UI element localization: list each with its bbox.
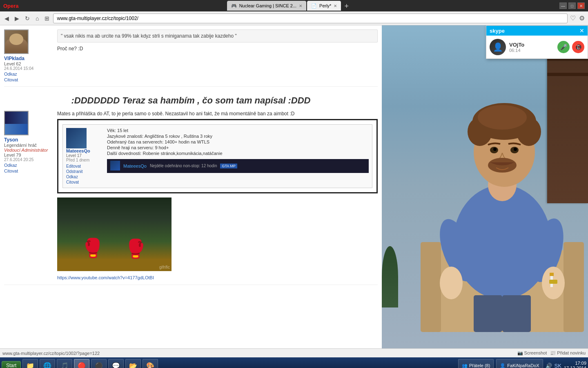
post-2-link-odkaz[interactable]: Odkaz xyxy=(4,163,53,168)
nav-bar: ◀ ▶ ↻ ⌂ ⊞ ♡ ⚙ xyxy=(0,11,588,25)
post-1-avatar xyxy=(4,29,29,54)
skype-close-button[interactable]: ✕ xyxy=(579,27,584,34)
title-bar: Opera 🎮 Nuclear Gaming | SINCE 2... ✕ 📄 … xyxy=(0,0,588,11)
taskbar-app-files[interactable]: 📁 xyxy=(22,359,38,368)
svg-rect-1 xyxy=(421,242,441,332)
skype-caller-avatar: 👤 xyxy=(490,39,506,55)
skype-call-time: 06:14 xyxy=(509,48,554,53)
app-remove-link[interactable]: Odstranit xyxy=(66,169,103,174)
skype-decline-button[interactable]: 📵 xyxy=(572,41,584,53)
taskbar-app-ball[interactable]: ⚫ xyxy=(91,359,107,368)
taskbar-app-skype[interactable]: 💬 xyxy=(108,359,124,368)
tab-close-2[interactable]: ✕ xyxy=(334,4,337,8)
post-2-link-citovat[interactable]: Citovat xyxy=(4,168,53,173)
svg-point-5 xyxy=(440,267,463,299)
new-tab-button[interactable]: + xyxy=(342,2,351,11)
taskbar-user[interactable]: 👤 FaKiNpaRaDoX xyxy=(496,359,543,368)
status-bar: www.gta-multiplayer.cz/cz/topic/1002/?pa… xyxy=(0,348,588,357)
youtube-link[interactable]: https://www.youtube.com/watch?v=4177gdLO… xyxy=(57,275,154,280)
post-1-date: 24.6.2014 15:04 xyxy=(4,66,53,71)
taskbar-date-value: 17.12.2014 xyxy=(564,366,586,368)
forward-button[interactable]: ▶ xyxy=(13,14,21,22)
character-svg xyxy=(421,46,584,332)
forum-page: VIPklada Level 62 24.6.2014 15:04 Odkaz … xyxy=(0,25,382,348)
skype-icon: 💬 xyxy=(112,362,120,368)
bookmark-icon[interactable]: ♡ xyxy=(569,13,577,23)
taskbar-app-opera[interactable]: 🔴 xyxy=(74,359,89,368)
settings-icon[interactable]: ⚙ xyxy=(578,13,586,23)
svg-rect-2 xyxy=(564,242,584,332)
app-detail-age: Věk: 15 let xyxy=(107,128,369,133)
svg-rect-9 xyxy=(550,273,554,276)
post-1-text: Proč ne? :D xyxy=(57,46,378,52)
home-button[interactable]: ⌂ xyxy=(33,14,41,22)
yt-placeholder: 🥊 🥊 gifrific xyxy=(57,197,172,271)
address-bar[interactable] xyxy=(53,13,568,23)
skype-header: skype ✕ xyxy=(486,26,588,36)
post-1-username: VIPklada xyxy=(4,56,53,61)
taskbar-app-paint[interactable]: 🎨 xyxy=(143,359,158,368)
app-profile: MateeesQo Level 17 Před 1 dnem Editovat … xyxy=(62,124,372,188)
post-1: VIPklada Level 62 24.6.2014 15:04 Odkaz … xyxy=(4,29,378,87)
taskbar-app-folder2[interactable]: 📂 xyxy=(125,359,141,368)
skype-logo: skype xyxy=(490,28,505,34)
post-1-link-odkaz[interactable]: Odkaz xyxy=(4,72,53,76)
tab-label-1: Nuclear Gaming | SINCE 2... xyxy=(239,3,296,8)
start-button[interactable]: Start xyxy=(2,361,21,368)
chrome-icon: 🌐 xyxy=(43,362,51,368)
status-addnews: 📰 Přidat novinku xyxy=(550,350,586,356)
taskbar: Start 📁 🌐 🎵 🔴 ⚫ 💬 📂 🎨 👥 Přátele (8) 👤 Fa… xyxy=(0,357,588,368)
tab-perly[interactable]: 📄 Perly* ✕ xyxy=(307,1,341,11)
user-label: FaKiNpaRaDoX xyxy=(507,363,539,368)
taskbar-clock: 17:09 17.12.2014 xyxy=(564,361,586,368)
status-url: www.gta-multiplayer.cz/cz/topic/1002/?pa… xyxy=(2,351,513,356)
minimize-button[interactable]: — xyxy=(559,2,567,9)
taskbar-friends[interactable]: 👥 Přátele (8) xyxy=(458,359,494,368)
maximize-button[interactable]: □ xyxy=(568,2,576,9)
close-button[interactable]: ✕ xyxy=(577,2,585,9)
page-content: VIPklada Level 62 24.6.2014 15:04 Odkaz … xyxy=(0,25,382,348)
skype-caller-name: VOjTo xyxy=(509,42,554,48)
folder2-icon: 📂 xyxy=(129,362,137,368)
status-screenshot: 📷 Screenshot xyxy=(517,350,547,356)
post-1-link-citovat[interactable]: Citovat xyxy=(4,77,53,82)
post-2-text: Mates a přihláška do AT, to je perla sam… xyxy=(57,111,378,117)
grid-button[interactable]: ⊞ xyxy=(42,14,51,22)
reload-button[interactable]: ↻ xyxy=(23,14,32,22)
ball-icon: ⚫ xyxy=(95,362,103,368)
status-bar-right: 📷 Screenshot 📰 Přidat novinku xyxy=(517,350,586,356)
app-time: Před 1 dnem xyxy=(66,158,103,162)
post-1-level: Level 62 xyxy=(4,61,53,66)
window-controls: — □ ✕ xyxy=(559,2,585,9)
main-area: VIPklada Level 62 24.6.2014 15:04 Odkaz … xyxy=(0,25,588,348)
app-edit-link[interactable]: Editovat xyxy=(66,164,103,168)
right-panel: R and theft skype ✕ 👤 VOjTo 06:14 🎤 xyxy=(382,25,588,348)
taskbar-app-chrome[interactable]: 🌐 xyxy=(40,359,55,368)
post-2-rank: Legendární hráč xyxy=(4,143,53,148)
plant-left xyxy=(382,246,398,307)
volume-icon[interactable]: 🔊 xyxy=(546,363,552,368)
app-level: Level 17 xyxy=(66,153,103,158)
embedded-app: MateeesQo Level 17 Před 1 dnem Editovat … xyxy=(57,119,378,193)
app-detail-daily: Denně hraji na serveru: 9 hod+ xyxy=(107,145,369,150)
tab-close-1[interactable]: ✕ xyxy=(299,4,302,8)
app-banner-logo: GTA MP xyxy=(220,164,237,168)
tab-label-2: Perly* xyxy=(319,3,331,8)
app-quote-link[interactable]: Citovat xyxy=(66,180,103,184)
opera-icon: 🔴 xyxy=(78,362,86,368)
svg-rect-23 xyxy=(549,280,557,284)
back-button[interactable]: ◀ xyxy=(2,14,11,22)
gta-art: R and theft xyxy=(382,25,588,348)
skype-caller-info: VOjTo 06:14 xyxy=(509,42,554,53)
skype-answer-button[interactable]: 🎤 xyxy=(557,41,570,53)
tab-bar: 🎮 Nuclear Gaming | SINCE 2... ✕ 📄 Perly*… xyxy=(225,1,353,11)
post-2: Tyson Legendární hráč Vedoucí Administrá… xyxy=(4,111,378,285)
post-2-right: Mates a přihláška do AT, to je perla sam… xyxy=(57,111,378,280)
app-link[interactable]: Odkaz xyxy=(66,175,103,179)
svg-rect-21 xyxy=(474,295,502,332)
paint-icon: 🎨 xyxy=(146,362,154,368)
app-banner-sub: Nejdéle odehráno non-stop: 12 hodin xyxy=(150,164,217,168)
tab-nuclear-gaming[interactable]: 🎮 Nuclear Gaming | SINCE 2... ✕ xyxy=(227,1,306,11)
taskbar-app-media[interactable]: 🎵 xyxy=(57,359,72,368)
user-icon: 👤 xyxy=(500,363,506,368)
